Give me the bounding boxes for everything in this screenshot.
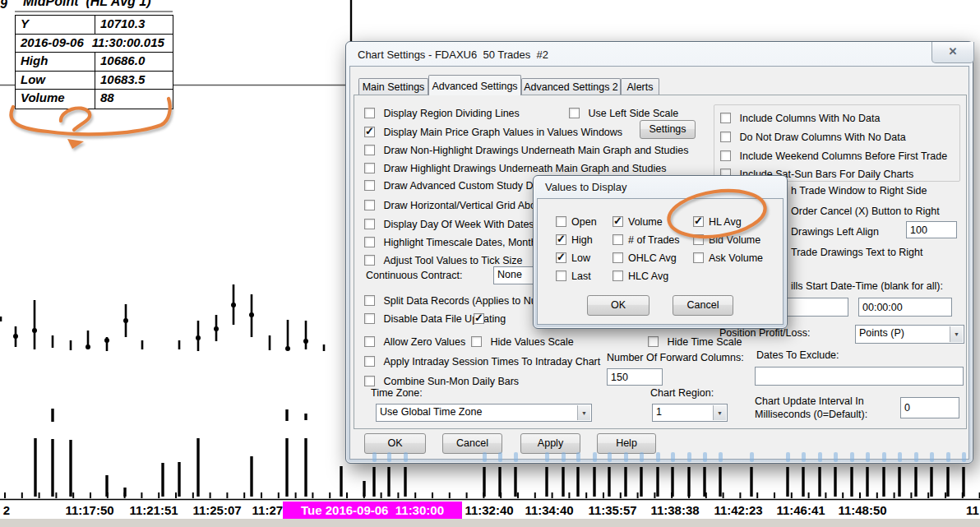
checkbox--of-trades[interactable]: [612, 234, 623, 245]
dropdown-value: Points (P): [859, 327, 904, 339]
label: Display Main Price Graph Values in Value…: [383, 127, 622, 138]
label: Open: [571, 216, 597, 228]
checkbox-draw-highlight-drawings[interactable]: [364, 163, 375, 173]
checkbox-high[interactable]: [556, 234, 566, 245]
tooltip-label: Y: [16, 16, 95, 34]
glass-tick: [703, 452, 707, 462]
checkbox-hlc-avg[interactable]: [612, 270, 623, 281]
checkbox-split-data-records[interactable]: [364, 295, 375, 306]
partial-label-order-cancel: Order Cancel (X) Button to Right: [791, 206, 940, 217]
checkbox-disable-data-file-updating[interactable]: [364, 313, 375, 324]
checkbox-volume[interactable]: [612, 216, 623, 227]
chart-region-dropdown[interactable]: 1: [652, 404, 728, 422]
checkbox-include-columns-no-data[interactable]: [720, 113, 731, 123]
row-use-left-side-scale: Use Left Side Scale: [569, 105, 678, 118]
checkbox-bid-volume[interactable]: [693, 234, 704, 245]
glass-tick: [930, 452, 934, 462]
bottom-strip: [0, 519, 980, 527]
update-interval-label-line2: Milliseconds (0=Default):: [755, 409, 867, 420]
glass-tick: [719, 452, 723, 462]
cancel-button[interactable]: Cancel: [442, 433, 502, 454]
values-cancel-button[interactable]: Cancel: [673, 295, 733, 316]
position-profit-loss-dropdown[interactable]: Points (P): [855, 325, 964, 344]
tooltip-row: 2016-09-06 11:30:00.015: [16, 35, 173, 53]
label: # of Trades: [628, 234, 680, 246]
row-hide-values-scale: Hide Values Scale: [471, 334, 574, 346]
checkbox-ohlc-avg[interactable]: [612, 252, 623, 263]
checkbox-draw-non-highlight-drawings[interactable]: [364, 145, 375, 155]
position-profit-loss-label: Position Profit/Loss:: [719, 327, 810, 339]
checkbox-include-weekend-columns[interactable]: [720, 150, 731, 161]
chart-region-label: Chart Region:: [650, 387, 714, 399]
label: Include Weekend Columns Before First Tra…: [739, 150, 947, 162]
values-check-row: Bid Volume: [693, 232, 760, 244]
drawings-left-align-input[interactable]: [906, 221, 957, 238]
checkbox-display-main-price-graph-values[interactable]: [364, 127, 375, 137]
label: High: [571, 234, 593, 246]
tooltip-row: Y 10710.3: [16, 16, 173, 35]
label: HLC Avg: [628, 270, 668, 282]
tooltip-row: High 10686.0: [16, 53, 173, 72]
chevron-down-icon[interactable]: [713, 405, 726, 420]
glass-tick: [372, 452, 377, 462]
checkbox-low[interactable]: [556, 252, 566, 263]
values-ok-button[interactable]: OK: [587, 295, 649, 316]
label: Adjust Tool Values to Tick Size: [383, 255, 522, 266]
label: OHLC Avg: [628, 252, 677, 264]
values-check-row: Last: [556, 268, 591, 280]
dropdown-value: None: [497, 269, 522, 280]
tooltip-row: Low 10683.5: [16, 72, 173, 90]
checkbox-draw-grid[interactable]: [364, 200, 375, 210]
number-forward-columns-input[interactable]: [607, 368, 663, 386]
row-combine-sun-mon: Combine Sun-Mon Daily Bars: [364, 373, 519, 386]
checkbox-adjust-tool-values[interactable]: [364, 255, 375, 266]
partial-label-trade-drawings-text: Trade Drawings Text to Right: [791, 247, 923, 258]
tab-main-settings[interactable]: Main Settings: [358, 78, 428, 95]
tooltip-value: 10710.3: [95, 16, 173, 34]
dates-to-exclude-input[interactable]: [755, 367, 964, 386]
fills-start-time-input[interactable]: [858, 298, 952, 317]
checkbox-ask-volume[interactable]: [693, 252, 704, 263]
tab-advanced-settings-2[interactable]: Advanced Settings 2: [521, 78, 621, 95]
close-button[interactable]: ✕: [931, 42, 974, 63]
glass-tick: [882, 452, 886, 462]
checkbox-allow-zero-values[interactable]: [364, 336, 375, 347]
help-button[interactable]: Help: [597, 433, 656, 454]
checkbox-hidden-option[interactable]: [474, 313, 484, 324]
chevron-down-icon[interactable]: [577, 405, 590, 420]
checkbox-display-day-of-week[interactable]: [364, 219, 375, 229]
checkbox-hide-time-scale[interactable]: [648, 336, 659, 347]
label: Display Day Of Week With Dates O: [383, 219, 544, 230]
chevron-down-icon[interactable]: [950, 326, 963, 342]
checkbox-draw-advanced-custom-study[interactable]: [364, 180, 375, 191]
glass-tick: [656, 452, 660, 462]
glass-tick: [624, 452, 628, 462]
time-zone-dropdown[interactable]: Use Global Time Zone: [376, 404, 592, 422]
checkbox-last[interactable]: [556, 270, 566, 281]
row-hidden-option: [474, 311, 489, 323]
checkbox-do-not-draw-columns[interactable]: [720, 132, 731, 142]
settings-button[interactable]: Settings: [640, 120, 696, 139]
checkbox-hl-avg[interactable]: [693, 216, 704, 227]
checkbox-open[interactable]: [556, 216, 566, 227]
apply-button[interactable]: Apply: [520, 433, 580, 454]
glass-tick: [514, 452, 518, 462]
update-interval-input[interactable]: [900, 397, 959, 418]
row-display-main-price-graph-values: Display Main Price Graph Values in Value…: [364, 124, 622, 136]
glass-tick: [962, 452, 966, 462]
checkbox-apply-intraday-session-times[interactable]: [364, 356, 375, 367]
label: Allow Zero Values: [383, 336, 465, 348]
ok-button[interactable]: OK: [364, 433, 426, 454]
label: Combine Sun-Mon Daily Bars: [383, 376, 519, 387]
checkbox-use-left-side-scale[interactable]: [569, 108, 580, 118]
tab-alerts[interactable]: Alerts: [621, 78, 659, 95]
row-split-data-records: Split Data Records (Applies to Nu: [364, 293, 537, 305]
checkbox-display-region-dividing-lines[interactable]: [364, 108, 375, 118]
label: Apply Intraday Session Times To Intraday…: [383, 356, 600, 368]
label: Display Region Dividing Lines: [383, 108, 519, 119]
checkbox-hide-values-scale[interactable]: [471, 336, 482, 347]
values-check-row: Volume: [612, 214, 663, 226]
tab-advanced-settings[interactable]: Advanced Settings: [428, 75, 521, 95]
checkbox-combine-sun-mon[interactable]: [364, 376, 375, 386]
checkbox-highlight-timescale-dates[interactable]: [364, 237, 375, 247]
